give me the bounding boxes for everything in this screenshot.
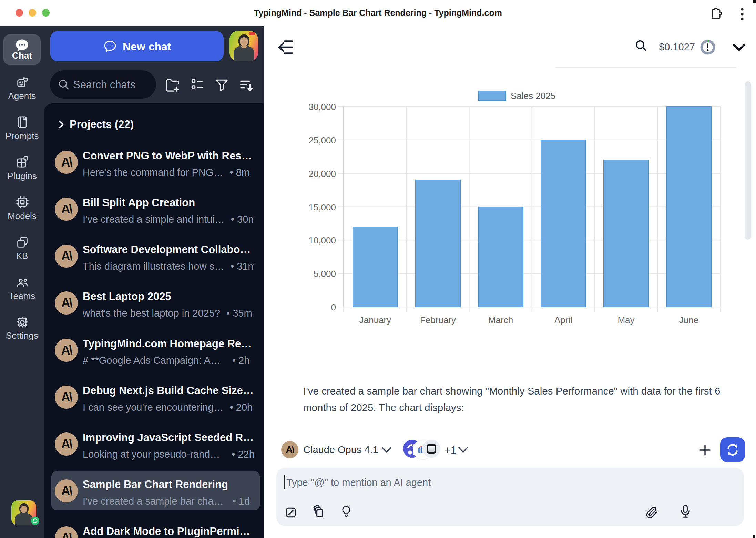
svg-text:June: June [679,315,698,325]
svg-text:April: April [554,315,572,325]
svg-text:10,000: 10,000 [308,235,336,246]
svg-text:5,000: 5,000 [314,269,336,279]
svg-text:30,000: 30,000 [308,102,336,112]
svg-text:15,000: 15,000 [308,202,336,212]
svg-text:February: February [420,315,456,325]
svg-text:0: 0 [331,302,336,312]
svg-text:Sales 2025: Sales 2025 [511,91,555,101]
svg-text:20,000: 20,000 [308,169,336,179]
svg-text:January: January [359,315,391,325]
svg-text:May: May [617,315,634,325]
svg-text:March: March [488,315,513,325]
svg-text:25,000: 25,000 [308,135,336,146]
